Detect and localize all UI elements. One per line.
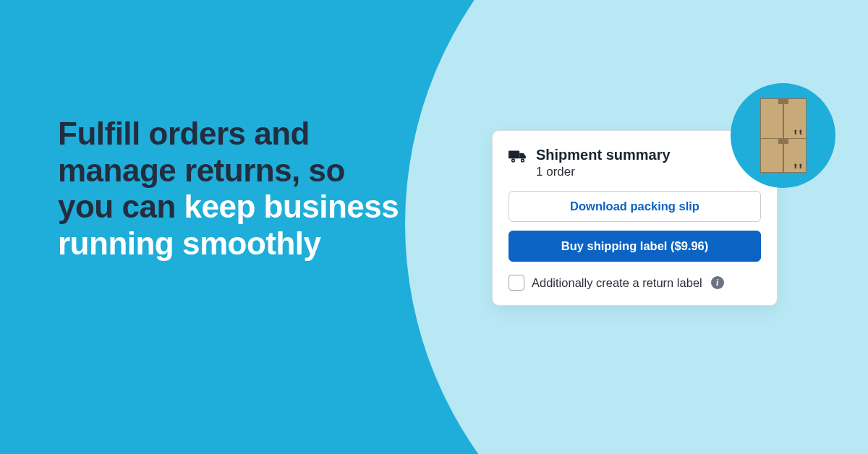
boxes-badge: ⬆⬆ ⬆⬆	[731, 83, 835, 188]
svg-rect-0	[509, 150, 519, 158]
arrows-up-icon: ⬆⬆	[793, 129, 803, 136]
arrows-up-icon: ⬆⬆	[793, 163, 803, 170]
card-subtitle: 1 order	[536, 165, 671, 179]
card-header: Shipment summary 1 order	[509, 147, 761, 179]
buy-shipping-label-button[interactable]: Buy shipping label ($9.96)	[509, 231, 761, 262]
headline: Fulfill orders and manage returns, so yo…	[58, 116, 405, 262]
return-label-text: Additionally create a return label	[532, 276, 702, 290]
box-icon: ⬆⬆	[760, 138, 807, 173]
download-packing-slip-button[interactable]: Download packing slip	[509, 191, 761, 222]
return-label-row: Additionally create a return label i	[509, 275, 761, 291]
svg-point-2	[512, 160, 514, 161]
card-title-block: Shipment summary 1 order	[536, 147, 671, 179]
return-label-checkbox[interactable]	[509, 275, 524, 291]
boxes-illustration: ⬆⬆ ⬆⬆	[760, 98, 807, 173]
truck-icon	[509, 149, 527, 166]
info-icon[interactable]: i	[711, 276, 724, 289]
box-icon: ⬆⬆	[760, 98, 807, 139]
svg-point-4	[522, 160, 523, 161]
card-title: Shipment summary	[536, 147, 671, 163]
